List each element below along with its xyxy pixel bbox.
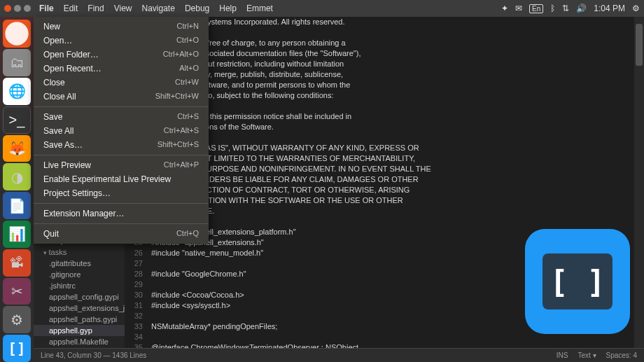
code-line[interactable]: furnished to do so, subject to the follo… [151,90,634,101]
android-studio-icon[interactable]: ◑ [3,163,31,190]
menu-item-save[interactable]: SaveCtrl+S [34,110,209,124]
menu-item-label: Enable Experimental Live Preview [43,174,171,184]
menu-item-live-preview[interactable]: Live PreviewCtrl+Alt+P [34,158,209,172]
close-icon[interactable] [4,5,11,12]
menu-item-quit[interactable]: QuitCtrl+Q [34,227,209,241]
code-line[interactable] [151,132,634,143]
menu-item-save-all[interactable]: Save AllCtrl+Alt+S [34,124,209,138]
menu-item-open-[interactable]: Open…Ctrl+O [34,34,209,48]
line-number: 27 [125,258,143,269]
code-line[interactable]: PARTICULAR PURPOSE AND NONINFRINGEMENT. … [151,164,634,174]
volume-icon[interactable]: 🔊 [576,4,587,13]
settings-icon[interactable]: ⚙ [3,306,31,333]
code-line[interactable]: hereby granted, free of charge, to any p… [151,38,634,48]
window-controls[interactable] [4,5,31,12]
maximize-icon[interactable] [24,5,31,12]
writer-icon[interactable]: 📄 [3,192,31,219]
editor-scrollbar[interactable] [634,17,644,348]
menu-file[interactable]: File [39,4,54,13]
file-item[interactable]: appshell_config.gypi [34,291,125,302]
code-line[interactable]: © 2012 Adobe Systems Incorporated. All r… [151,17,634,27]
menu-item-enable-experimental-live-preview[interactable]: Enable Experimental Live Preview [34,172,209,186]
code-line[interactable] [151,27,634,38]
menu-item-open-folder-[interactable]: Open Folder…Ctrl+Alt+O [34,48,209,62]
code-line[interactable]: IS PROVIDED "AS IS", WITHOUT WARRANTY OF… [151,143,634,153]
menu-item-shortcut: Ctrl+W [175,78,199,88]
code-line[interactable]: THE SOFTWARE. [151,206,634,216]
code-line[interactable] [151,101,634,111]
scrollbar-thumb[interactable] [636,24,643,66]
menu-item-label: Extension Manager… [43,209,124,218]
code-line[interactable]: substantial portions of the Software. [151,122,634,132]
menu-item-new[interactable]: NewCtrl+N [34,20,209,34]
code-line[interactable]: OR IN CONNECTION WITH THE SOFTWARE OR TH… [151,195,634,206]
code-line[interactable]: copies of the Software, and to permit pe… [151,80,634,90]
menu-separator [34,223,209,224]
menu-item-label: Live Preview [43,160,91,170]
brackets-logo: [ ] [525,229,630,334]
file-item[interactable]: .gitattributes [34,258,125,269]
file-item[interactable]: appshell_paths.gypi [34,314,125,325]
calc-icon[interactable]: 📊 [3,221,31,248]
file-menu-dropdown[interactable]: NewCtrl+NOpen…Ctrl+OOpen Folder…Ctrl+Alt… [34,17,209,244]
brackets-logo-text: [ ] [542,253,612,309]
code-line[interactable]: OPYRIGHT HOLDERS BE LIABLE FOR ANY CLAIM… [151,174,634,185]
firefox-icon[interactable]: 🦊 [3,135,31,162]
code-line[interactable]: UDING BUT NOT LIMITED TO THE WARRANTIES … [151,153,634,164]
minimize-icon[interactable] [14,5,21,12]
menu-separator [34,106,209,107]
menu-item-close[interactable]: CloseCtrl+W [34,76,209,90]
app-menu: FileEditFindViewNavigateDebugHelpEmmet [36,4,273,13]
menu-help[interactable]: Help [219,4,237,13]
code-line[interactable]: use, copy, modify, merge, publish, distr… [151,69,634,80]
terminal-icon[interactable]: >_ [3,106,31,134]
menu-debug[interactable]: Debug [185,4,209,13]
code-line[interactable]: software and associated documentation fi… [151,48,634,59]
file-item[interactable]: appshell.gyp [34,325,125,336]
brackets-icon[interactable]: [ ] [3,335,31,362]
impress-icon[interactable]: 📽 [3,249,31,277]
menu-view[interactable]: View [114,4,132,13]
folder-item[interactable]: tasks [34,246,125,258]
menu-item-open-recent-[interactable]: Open Recent…Alt+O [34,62,209,76]
menu-emmet[interactable]: Emmet [246,4,273,13]
menu-item-shortcut: Ctrl+Alt+O [163,50,199,60]
insert-mode[interactable]: INS [556,351,568,359]
menu-item-project-settings-[interactable]: Project Settings… [34,186,209,200]
menu-edit[interactable]: Edit [64,4,78,13]
file-item[interactable]: appshell_extensions_js.o [34,302,125,314]
screenshot-icon[interactable]: ✂ [3,278,31,305]
code-line[interactable]: ETHER IN AN ACTION OF CONTRACT, TORT OR … [151,185,634,195]
menu-item-save-as-[interactable]: Save As…Shift+Ctrl+S [34,138,209,152]
code-line[interactable]: e Software without restriction, includin… [151,59,634,69]
menu-item-close-all[interactable]: Close AllShift+Ctrl+W [34,90,209,104]
file-item[interactable]: .jshintrc [34,280,125,291]
indent-setting[interactable]: Spaces: 4 [606,351,637,359]
files-icon[interactable]: 🗂 [3,49,31,76]
menu-item-extension-manager-[interactable]: Extension Manager… [34,207,209,221]
code-line[interactable]: @interface ChromeWindowsTerminatedObserv… [151,342,634,348]
line-number: 33 [125,321,143,332]
menu-item-label: Save As… [43,140,83,150]
dash-icon[interactable] [3,20,31,48]
line-number: 35 [125,342,143,348]
clock[interactable]: 1:04 PM [594,4,625,13]
chrome-icon[interactable]: 🌐 [3,78,31,105]
lang-indicator[interactable]: En [529,4,543,13]
menu-find[interactable]: Find [88,4,104,13]
file-type[interactable]: Text ▾ [578,351,596,359]
gear-icon[interactable]: ⚙ [632,4,640,13]
bluetooth-icon[interactable]: ᛒ [550,4,555,13]
menu-item-shortcut: Ctrl+Alt+P [164,160,199,170]
mail-icon[interactable]: ✉ [515,4,522,13]
file-item[interactable]: appshell.Makefile [34,336,125,347]
menu-item-label: Save All [43,126,74,136]
menu-item-shortcut: Ctrl+N [177,22,199,32]
file-item[interactable]: .gitignore [34,269,125,280]
code-line[interactable]: yright notice and this permission notice… [151,111,634,122]
menu-navigate[interactable]: Navigate [142,4,175,13]
network-icon[interactable]: ⇅ [562,4,569,13]
dropbox-icon[interactable]: ✦ [501,4,508,13]
menu-separator [34,155,209,155]
code-line[interactable] [151,216,634,227]
